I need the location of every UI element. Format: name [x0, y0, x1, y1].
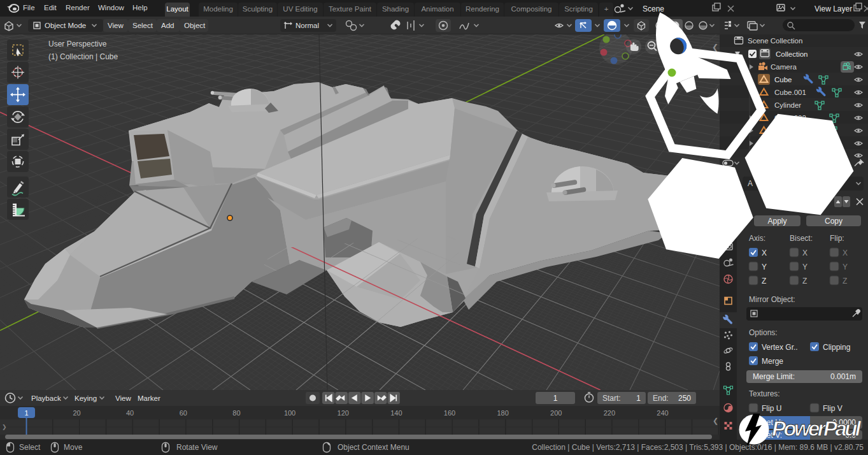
svg-text:40: 40 [126, 409, 134, 417]
svg-text:Textures:: Textures: [749, 389, 780, 398]
svg-text:Keying: Keying [75, 394, 97, 402]
svg-text:Object Mode: Object Mode [45, 22, 86, 29]
svg-text:Cube.002: Cube.002 [774, 114, 806, 122]
svg-text:Scene Collection: Scene Collection [748, 37, 802, 45]
svg-text:Flip:: Flip: [830, 234, 844, 243]
svg-text:180: 180 [497, 409, 508, 417]
svg-text:Bisect:: Bisect: [790, 234, 813, 243]
svg-text:120: 120 [338, 409, 349, 417]
svg-text:Z: Z [802, 277, 807, 285]
svg-text:View Layer: View Layer [815, 4, 852, 13]
svg-text:0.0: 0.0 [845, 431, 856, 440]
svg-text:240: 240 [657, 409, 668, 417]
svg-text:140: 140 [390, 409, 402, 417]
svg-text:250: 250 [678, 394, 691, 403]
svg-text:Apply: Apply [767, 217, 786, 226]
svg-text:Offset U:: Offset U: [753, 418, 783, 427]
svg-text:User Perspective: User Perspective [48, 40, 107, 48]
svg-text:Collection | Cube | Verts:2,71: Collection | Cube | Verts:2,713 | Faces:… [532, 443, 864, 452]
svg-text:(1) Collection | Cube: (1) Collection | Cube [48, 52, 118, 61]
svg-text:0.0000: 0.0000 [832, 418, 856, 427]
svg-text:X: X [843, 249, 848, 257]
svg-text:Collection: Collection [776, 50, 808, 58]
svg-text:Add: Add [161, 22, 174, 29]
svg-text:1: 1 [636, 394, 641, 403]
svg-text:Z: Z [762, 277, 766, 285]
svg-text:Cylinder: Cylinder [774, 101, 801, 109]
svg-text:X: X [762, 249, 767, 257]
svg-text:Normal: Normal [295, 22, 319, 29]
svg-text:Cube: Cube [774, 76, 792, 83]
svg-text:View: View [115, 394, 131, 402]
svg-text:Mirror Object:: Mirror Object: [749, 295, 795, 304]
svg-text:Scene: Scene [643, 4, 664, 13]
svg-text:A: A [748, 179, 753, 188]
svg-text:Select: Select [19, 443, 41, 452]
svg-text:Merge Limit:: Merge Limit: [753, 372, 795, 381]
svg-text:X: X [802, 249, 808, 257]
svg-text:Rotate View: Rotate View [176, 443, 218, 452]
svg-text:Axis:: Axis: [749, 234, 765, 243]
svg-text:Select: Select [132, 22, 153, 29]
svg-text:Vertex Gr..: Vertex Gr.. [762, 343, 798, 352]
svg-text:Marker: Marker [138, 394, 160, 402]
svg-text:Merge: Merge [762, 357, 783, 366]
svg-text:Z: Z [843, 277, 847, 285]
svg-text:Copy: Copy [825, 217, 843, 226]
svg-text:Object Context Menu: Object Context Menu [338, 443, 409, 452]
svg-text:Playback: Playback [31, 394, 61, 402]
svg-text:1: 1 [24, 409, 28, 417]
svg-text:Move: Move [64, 443, 83, 452]
svg-text:Y: Y [802, 263, 808, 271]
svg-text:Object: Object [184, 22, 206, 29]
svg-text:200: 200 [550, 409, 562, 417]
svg-text:1: 1 [553, 394, 558, 403]
svg-text:❯: ❯ [2, 424, 7, 431]
svg-text:Options:: Options: [749, 328, 778, 337]
svg-text:100: 100 [284, 409, 295, 417]
svg-text:20: 20 [73, 409, 80, 417]
svg-text:60: 60 [180, 409, 187, 417]
svg-text:Y: Y [762, 263, 767, 271]
svg-text:Flip U: Flip U [762, 404, 781, 413]
svg-text:Start:: Start: [602, 394, 621, 403]
svg-text:❮: ❮ [712, 43, 718, 52]
svg-text:220: 220 [604, 409, 615, 417]
svg-text:0.001m: 0.001m [830, 372, 856, 381]
svg-text:Camera: Camera [771, 63, 797, 71]
svg-text:160: 160 [444, 409, 455, 417]
svg-text:80: 80 [232, 409, 240, 417]
svg-text:End:: End: [653, 394, 669, 403]
svg-text:Clipping: Clipping [823, 343, 850, 352]
svg-text:Cube.001: Cube.001 [774, 89, 806, 96]
svg-text:Flip V: Flip V [823, 404, 843, 413]
svg-text:Y: Y [843, 263, 848, 271]
svg-text:View: View [108, 22, 124, 29]
svg-text:Offset V:: Offset V: [753, 431, 782, 440]
svg-text:❮: ❮ [713, 417, 718, 425]
